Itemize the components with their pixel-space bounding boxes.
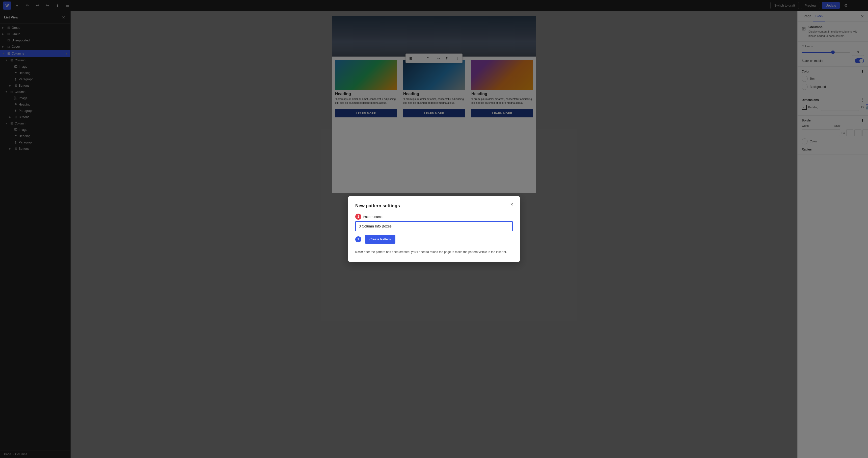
modal-dialog: New pattern settings × 1 Pattern name 2 … xyxy=(348,196,363,205)
modal-title: New pattern settings xyxy=(355,203,363,205)
modal-overlay[interactable]: New pattern settings × 1 Pattern name 2 … xyxy=(0,0,363,205)
